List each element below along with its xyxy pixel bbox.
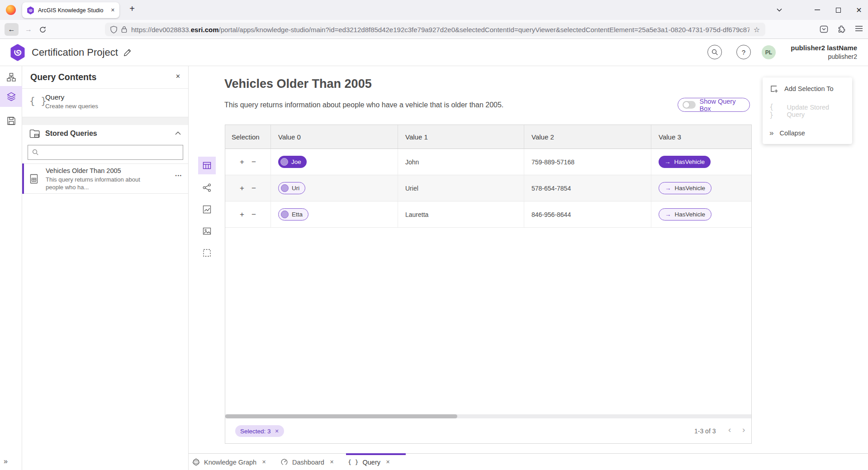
reload-icon[interactable] xyxy=(39,26,47,34)
view-chart-button[interactable] xyxy=(198,201,216,218)
entity-pill[interactable]: Etta xyxy=(278,208,308,221)
tab-knowledge-graph[interactable]: Knowledge Graph ✕ xyxy=(192,454,266,470)
panel-title: Query Contents xyxy=(30,72,96,82)
selected-count-chip[interactable]: Selected: 3 ✕ xyxy=(235,425,284,437)
browser-tab[interactable]: ArcGIS Knowledge Studio ✕ xyxy=(22,2,119,18)
view-link-chart-button[interactable] xyxy=(198,179,216,197)
menu-item-update-stored-query[interactable]: { } Update Stored Query xyxy=(763,100,852,122)
column-header-selection[interactable]: Selection xyxy=(225,125,270,149)
query-create-item[interactable]: { } Query Create new queries xyxy=(22,89,188,117)
bookmark-star-icon[interactable]: ☆ xyxy=(754,25,760,34)
entity-pill[interactable]: Uri xyxy=(278,182,305,194)
relationship-pill[interactable]: →HasVehicle xyxy=(659,156,711,168)
menu-item-collapse[interactable]: » Collapse xyxy=(763,122,852,144)
remove-from-selection-button[interactable]: − xyxy=(251,210,256,219)
panel-close-icon[interactable]: ✕ xyxy=(175,73,180,80)
search-button[interactable] xyxy=(707,45,722,59)
stored-query-list-item[interactable]: Vehicles Older Than 2005 This query retu… xyxy=(22,163,189,194)
sidebar-item-contents[interactable] xyxy=(0,86,22,107)
tab-close-icon[interactable]: ✕ xyxy=(330,459,334,465)
column-header-value1[interactable]: Value 1 xyxy=(398,125,524,149)
layers-icon xyxy=(6,91,16,101)
table-row: + − Joe John 759-889-57168 →HasVehicle xyxy=(225,149,751,175)
edit-title-pencil-icon[interactable] xyxy=(123,48,132,57)
tab-query[interactable]: { } Query ✕ xyxy=(348,454,390,470)
view-map-button[interactable] xyxy=(198,222,216,240)
toggle-switch[interactable] xyxy=(683,101,696,109)
window-close-button[interactable]: ✕ xyxy=(851,0,867,20)
page-title: Certification Project xyxy=(32,47,118,58)
sidebar-item-data-model[interactable] xyxy=(0,67,22,88)
dashed-selection-icon xyxy=(202,248,212,258)
stored-queries-search-input[interactable] xyxy=(28,145,183,160)
item-options-ellipsis-icon[interactable]: ••• xyxy=(175,173,182,178)
back-button[interactable]: ← xyxy=(5,23,19,36)
icon-rail: » xyxy=(0,66,22,470)
entity-pill[interactable]: Joe xyxy=(278,156,307,168)
lock-icon[interactable] xyxy=(121,26,127,33)
query-item-subtitle: Create new queries xyxy=(45,103,98,110)
tab-close-icon[interactable]: ✕ xyxy=(262,459,266,465)
remove-from-selection-button[interactable]: − xyxy=(251,184,256,193)
clear-selection-icon[interactable]: ✕ xyxy=(275,428,279,434)
query-item-title: Query xyxy=(45,93,64,101)
tab-close-icon[interactable]: ✕ xyxy=(111,7,115,13)
entity-type-dot xyxy=(280,158,288,166)
expand-rail-button[interactable]: » xyxy=(4,457,8,465)
avatar[interactable]: PL xyxy=(762,45,776,59)
braces-icon: { } xyxy=(29,96,47,106)
help-button[interactable]: ? xyxy=(736,45,751,59)
cell-value2: 578-654-7854 xyxy=(524,175,651,201)
tab-dashboard[interactable]: Dashboard ✕ xyxy=(280,454,334,470)
image-icon xyxy=(202,226,212,236)
show-query-box-toggle[interactable]: Show Query Box xyxy=(678,98,750,112)
tab-close-icon[interactable]: ✕ xyxy=(386,459,390,465)
selection-tools-button[interactable] xyxy=(198,244,216,262)
window-maximize-button[interactable] xyxy=(830,0,846,20)
table-row: + − Uri Uriel 578-654-7854 →HasVehicle xyxy=(225,175,751,201)
add-to-selection-button[interactable]: + xyxy=(240,210,244,219)
window-minimize-button[interactable] xyxy=(810,0,825,20)
sidebar-item-save[interactable] xyxy=(0,110,22,131)
horizontal-scrollbar[interactable] xyxy=(225,414,751,418)
table-footer: Selected: 3 ✕ 1-3 of 3 ‹ › xyxy=(225,418,751,443)
tracking-shield-icon[interactable] xyxy=(110,26,117,34)
url-bar[interactable]: https://dev0028833.esri.com/portal/apps/… xyxy=(105,23,765,36)
previous-page-button[interactable]: ‹ xyxy=(728,425,731,435)
view-table-button[interactable] xyxy=(198,157,216,174)
remove-from-selection-button[interactable]: − xyxy=(251,158,256,167)
arcgis-knowledge-logo xyxy=(9,44,26,61)
cell-value2: 846-956-8644 xyxy=(524,201,651,227)
add-to-selection-button[interactable]: + xyxy=(240,158,244,167)
braces-icon: { } xyxy=(348,459,358,465)
extensions-puzzle-icon[interactable] xyxy=(837,25,846,34)
next-page-button[interactable]: › xyxy=(742,425,745,435)
new-tab-button[interactable]: + xyxy=(127,4,138,16)
menu-item-label: Add Selection To xyxy=(784,85,834,92)
menu-item-add-selection-to[interactable]: Add Selection To xyxy=(763,77,852,100)
search-icon xyxy=(32,149,39,156)
panel-header: Query Contents ✕ xyxy=(22,66,188,89)
arrow-icon: → xyxy=(665,185,671,192)
list-tabs-icon[interactable] xyxy=(772,0,787,20)
scrollbar-thumb[interactable] xyxy=(225,414,457,418)
hamburger-menu-icon[interactable] xyxy=(855,25,863,32)
tab-title: ArcGIS Knowledge Studio xyxy=(38,7,107,14)
search-icon xyxy=(711,49,718,56)
add-to-selection-button[interactable]: + xyxy=(240,184,244,193)
pagination-range: 1-3 of 3 xyxy=(694,427,716,435)
forward-button[interactable]: → xyxy=(22,23,35,36)
firefox-icon[interactable] xyxy=(6,5,16,15)
user-username: publisher2 xyxy=(791,53,857,61)
pocket-save-icon[interactable] xyxy=(820,25,828,34)
stored-queries-header[interactable]: Stored Queries xyxy=(22,125,188,144)
column-header-value3[interactable]: Value 3 xyxy=(651,125,752,149)
chevron-up-icon[interactable] xyxy=(175,131,181,135)
table-row: + − Etta Lauretta 846-956-8644 →HasVehic… xyxy=(225,201,751,228)
user-menu[interactable]: publisher2 lastName publisher2 xyxy=(791,43,857,61)
browser-titlebar: ArcGIS Knowledge Studio ✕ + ✕ xyxy=(0,0,868,20)
relationship-pill[interactable]: →HasVehicle xyxy=(659,182,711,194)
column-header-value0[interactable]: Value 0 xyxy=(270,125,398,149)
column-header-value2[interactable]: Value 2 xyxy=(524,125,651,149)
relationship-pill[interactable]: →HasVehicle xyxy=(659,208,711,221)
